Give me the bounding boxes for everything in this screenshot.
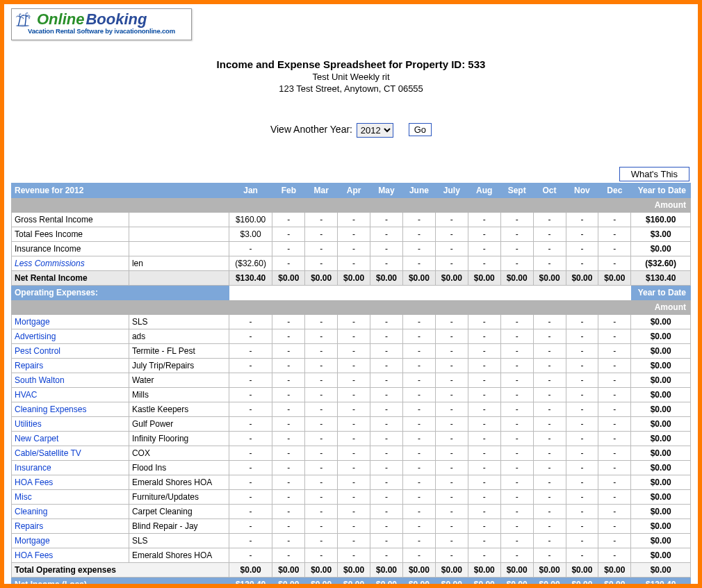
expense-m10: - xyxy=(566,359,598,373)
expense-m7: - xyxy=(468,534,500,548)
total-operating-label: Total Operating expenses xyxy=(12,563,229,578)
expense-m3: - xyxy=(338,548,370,563)
expense-m1: - xyxy=(272,329,305,344)
expense-m2: - xyxy=(305,519,338,534)
expense-m5: - xyxy=(402,446,435,461)
net-rental-m8: $0.00 xyxy=(500,271,533,286)
gross-rental-income-m10: - xyxy=(566,213,598,227)
expense-link[interactable]: HOA Fees xyxy=(12,548,129,563)
expense-m9: - xyxy=(533,373,566,388)
expense-link[interactable]: HOA Fees xyxy=(12,475,129,490)
month-header-feb: Feb xyxy=(272,183,305,198)
year-select[interactable]: 2012 xyxy=(357,123,393,138)
expense-link[interactable]: HVAC xyxy=(12,388,129,402)
expense-link[interactable]: Cleaning xyxy=(12,505,129,519)
expense-m3: - xyxy=(338,402,370,417)
gross-rental-income-m0: $160.00 xyxy=(229,213,272,227)
expense-m6: - xyxy=(435,315,468,329)
operating-ytd-header: Year to Date xyxy=(631,286,691,300)
operating-amount-label: Amount xyxy=(631,300,691,315)
total-fees-income-label: Total Fees Income xyxy=(12,227,129,242)
expense-m1: - xyxy=(272,446,305,461)
expense-m5: - xyxy=(402,519,435,534)
expense-m1: - xyxy=(272,475,305,490)
expense-m2: - xyxy=(305,417,338,432)
total-fees-income-m0: $3.00 xyxy=(229,227,272,242)
expense-m7: - xyxy=(468,359,500,373)
expense-m11: - xyxy=(598,461,631,475)
less-commissions-m4: - xyxy=(370,256,403,271)
expense-m8: - xyxy=(500,446,533,461)
expense-link[interactable]: Pest Control xyxy=(12,344,129,359)
total-operating-m1: $0.00 xyxy=(272,563,305,578)
expense-link[interactable]: Cleaning Expenses xyxy=(12,402,129,417)
less-commissions-m0: ($32.60) xyxy=(229,256,272,271)
whats-this-button[interactable]: What's This xyxy=(619,167,689,181)
expense-m6: - xyxy=(435,402,468,417)
expense-m0: - xyxy=(229,461,272,475)
insurance-income-m10: - xyxy=(566,242,598,256)
income-expense-table: Revenue for 2012JanFebMarAprMayJuneJulyA… xyxy=(11,183,691,588)
expense-m8: - xyxy=(500,534,533,548)
expense-m6: - xyxy=(435,359,468,373)
expense-row: HOA FeesEmerald Shores HOA------------$0… xyxy=(12,548,691,563)
expense-link[interactable]: Insurance xyxy=(12,461,129,475)
go-button[interactable]: Go xyxy=(409,123,432,136)
expense-m2: - xyxy=(305,315,338,329)
insurance-income-m6: - xyxy=(435,242,468,256)
gross-rental-income-m5: - xyxy=(402,213,435,227)
expense-link[interactable]: Mortgage xyxy=(12,315,129,329)
expense-m0: - xyxy=(229,505,272,519)
expense-m4: - xyxy=(370,373,403,388)
expense-m11: - xyxy=(598,534,631,548)
expense-link[interactable]: Mortgage xyxy=(12,534,129,548)
total-fees-income-m10: - xyxy=(566,227,598,242)
expense-m10: - xyxy=(566,432,598,446)
expense-link[interactable]: Repairs xyxy=(12,359,129,373)
expense-m4: - xyxy=(370,388,403,402)
expense-m1: - xyxy=(272,519,305,534)
expense-m8: - xyxy=(500,490,533,505)
expense-m1: - xyxy=(272,505,305,519)
expense-notes: Kastle Keepers xyxy=(129,402,229,417)
expense-m10: - xyxy=(566,315,598,329)
expense-row: Pest ControlTermite - FL Pest-----------… xyxy=(12,344,691,359)
expense-m0: - xyxy=(229,402,272,417)
month-header-june: June xyxy=(402,183,435,198)
expense-m5: - xyxy=(402,315,435,329)
insurance-income-m9: - xyxy=(533,242,566,256)
month-header-aug: Aug xyxy=(468,183,500,198)
expense-m9: - xyxy=(533,402,566,417)
gross-rental-income-m1: - xyxy=(272,213,305,227)
expense-m8: - xyxy=(500,519,533,534)
gross-rental-income-m7: - xyxy=(468,213,500,227)
expense-link[interactable]: Cable/Satellite TV xyxy=(12,446,129,461)
expense-m0: - xyxy=(229,373,272,388)
net-rental-m10: $0.00 xyxy=(566,271,598,286)
expense-m8: - xyxy=(500,505,533,519)
expense-link[interactable]: Advertising xyxy=(12,329,129,344)
logo: OnlineBooking Vacation Rental Software b… xyxy=(11,8,192,40)
insurance-income-m0: - xyxy=(229,242,272,256)
expense-m11: - xyxy=(598,315,631,329)
expense-m11: - xyxy=(598,446,631,461)
expense-ytd: $0.00 xyxy=(631,534,691,548)
expense-m4: - xyxy=(370,432,403,446)
expense-link[interactable]: New Carpet xyxy=(12,432,129,446)
expense-m9: - xyxy=(533,490,566,505)
expense-link[interactable]: Repairs xyxy=(12,519,129,534)
insurance-income-m11: - xyxy=(598,242,631,256)
expense-m1: - xyxy=(272,344,305,359)
gross-rental-income-m4: - xyxy=(370,213,403,227)
expense-m8: - xyxy=(500,548,533,563)
expense-link[interactable]: South Walton xyxy=(12,373,129,388)
expense-link[interactable]: Utilities xyxy=(12,417,129,432)
expense-link[interactable]: Misc xyxy=(12,490,129,505)
total-fees-income-notes xyxy=(129,227,229,242)
page-content: OnlineBooking Vacation Rental Software b… xyxy=(4,4,698,588)
net-rental-ytd: $130.40 xyxy=(631,271,691,286)
expense-m10: - xyxy=(566,373,598,388)
month-header-july: July xyxy=(435,183,468,198)
expense-m2: - xyxy=(305,446,338,461)
expense-m1: - xyxy=(272,432,305,446)
